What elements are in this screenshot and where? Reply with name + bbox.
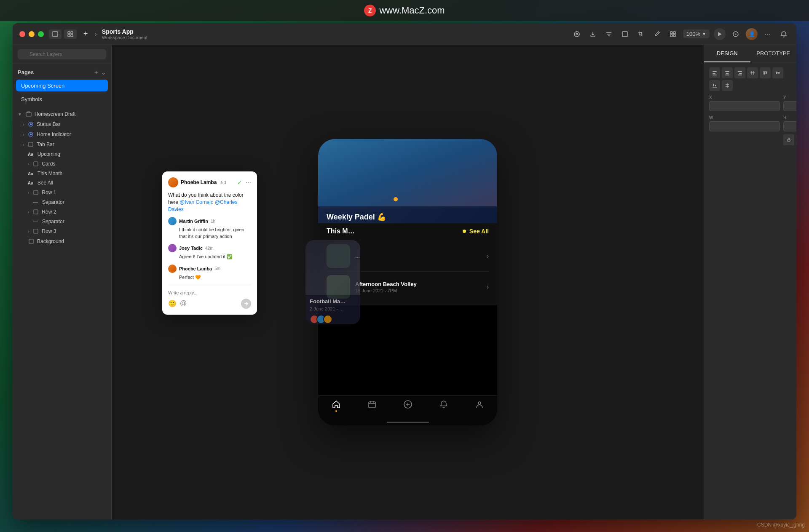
- share-icon[interactable]: +: [730, 28, 742, 40]
- tab-add[interactable]: [403, 400, 413, 409]
- components-icon[interactable]: [667, 28, 679, 40]
- svg-rect-29: [34, 162, 38, 166]
- play-button[interactable]: [714, 28, 726, 40]
- expand-arrow-icon: ▼: [18, 112, 22, 117]
- resize-icon[interactable]: [619, 28, 631, 40]
- see-all-wrapper: See All: [463, 228, 489, 235]
- mention-1: @Ivan Cornejo: [179, 199, 213, 205]
- target-icon[interactable]: [571, 28, 583, 40]
- design-tab[interactable]: DESIGN: [704, 45, 750, 62]
- canvas-area[interactable]: Weekly Padel 💪 31 May 2021 - 4:30PM 1 mi…: [112, 45, 704, 519]
- prototype-tab[interactable]: PROTOTYPE: [750, 45, 797, 62]
- layer-label: Cards: [42, 161, 55, 167]
- layer-row-1[interactable]: › Row 1: [13, 187, 111, 198]
- svg-rect-14: [622, 32, 627, 37]
- frame-icon: [27, 141, 34, 148]
- close-button[interactable]: [19, 31, 25, 37]
- layer-background[interactable]: Background: [13, 236, 111, 246]
- tab-home[interactable]: [332, 400, 341, 412]
- event-card-area: Weekly Padel 💪 31 May 2021 - 4:30PM 1 mi…: [318, 139, 497, 223]
- frame-icon: [32, 189, 39, 196]
- event-card-info: Weekly Padel 💪 31 May 2021 - 4:30PM: [318, 206, 497, 223]
- tab-notifications[interactable]: [439, 400, 448, 409]
- y-input[interactable]: [783, 101, 796, 111]
- w-input[interactable]: [709, 121, 780, 131]
- user-avatar[interactable]: 👤: [746, 28, 758, 40]
- align-left-button[interactable]: [709, 67, 720, 78]
- w-label: W: [709, 115, 780, 120]
- grid-view-button[interactable]: [64, 29, 77, 39]
- svg-rect-31: [34, 210, 38, 214]
- layer-separator-2[interactable]: — Separator: [13, 217, 111, 226]
- top-bar-logo: Z www.MacZ.com: [364, 5, 445, 16]
- layer-see-all[interactable]: Aa See All: [13, 178, 111, 187]
- lock-aspect-icon[interactable]: [783, 134, 794, 145]
- see-all-dot: [463, 230, 466, 233]
- layer-cards[interactable]: › Cards: [13, 159, 111, 169]
- zoom-control[interactable]: 100% ▼: [683, 29, 710, 38]
- resize-mode-icon[interactable]: [796, 134, 796, 145]
- svg-rect-42: [713, 71, 717, 72]
- emoji-icon[interactable]: 🙂: [168, 299, 177, 307]
- layer-tab-bar[interactable]: › Tab Bar: [13, 139, 111, 150]
- align-top-button[interactable]: [760, 67, 771, 78]
- pen-icon[interactable]: [651, 28, 663, 40]
- expand-arrow-icon: ›: [23, 142, 24, 147]
- reply-input[interactable]: [168, 290, 251, 295]
- align-toolbar: [709, 67, 791, 91]
- see-all-link[interactable]: See All: [469, 228, 489, 235]
- reply-1-avatar: [168, 217, 177, 225]
- reply-2-time: 42m: [205, 246, 213, 251]
- more-options-icon[interactable]: ···: [246, 179, 251, 186]
- download-icon[interactable]: [587, 28, 599, 40]
- svg-rect-61: [713, 84, 714, 86]
- layer-status-bar[interactable]: › Status Bar: [13, 119, 111, 129]
- tab-profile[interactable]: [475, 400, 484, 409]
- svg-rect-47: [725, 75, 729, 75]
- layer-row-3[interactable]: › Row 3: [13, 226, 111, 236]
- event-info-2: Afternoon Beach Volley 18 June 2021 - 7P…: [355, 281, 482, 293]
- minimize-button[interactable]: [29, 31, 35, 37]
- plus-circle-icon: [403, 400, 413, 409]
- event-row-date: 18 June 2021 - 7PM: [355, 288, 482, 293]
- top-bar: Z www.MacZ.com: [0, 0, 809, 21]
- layer-upcoming[interactable]: Aa Upcoming: [13, 150, 111, 159]
- align-center-button[interactable]: [722, 67, 733, 78]
- distribute-h-button[interactable]: [747, 67, 758, 78]
- more-options-icon[interactable]: ···: [762, 28, 774, 40]
- page-item-upcoming[interactable]: Upcoming Screen: [16, 80, 108, 91]
- tab-calendar[interactable]: [367, 400, 377, 409]
- layer-row-2[interactable]: › Row 2: [13, 207, 111, 217]
- add-button[interactable]: +: [82, 28, 90, 40]
- add-page-icon[interactable]: +: [94, 69, 98, 76]
- pages-chevron-icon[interactable]: ⌄: [101, 68, 106, 76]
- align-middle-button[interactable]: [772, 67, 783, 78]
- layer-group-homescreen[interactable]: ▼ Homescreen Draft: [13, 109, 111, 119]
- h-field: H: [783, 115, 796, 145]
- distribute-v-button[interactable]: [722, 80, 733, 91]
- pages-section: Pages + ⌄: [13, 64, 111, 79]
- layer-this-month[interactable]: Aa This Month: [13, 169, 111, 178]
- single-view-button[interactable]: [49, 29, 62, 39]
- layer-home-indicator[interactable]: › Home Indicator: [13, 129, 111, 139]
- svg-rect-16: [673, 32, 675, 34]
- reply-3-time: 5m: [214, 266, 220, 271]
- search-input[interactable]: [18, 49, 106, 59]
- send-button[interactable]: [241, 299, 251, 309]
- chevron-down-icon: ›: [95, 30, 97, 38]
- check-icon[interactable]: ✓: [237, 179, 242, 186]
- maximize-button[interactable]: [38, 31, 44, 37]
- x-input[interactable]: [709, 101, 780, 111]
- svg-rect-48: [738, 71, 742, 72]
- mention-icon[interactable]: @: [180, 299, 187, 307]
- crop-icon[interactable]: [635, 28, 647, 40]
- notifications-icon[interactable]: [778, 28, 790, 40]
- second-card: Football Ma… 2 June 2021 - …: [305, 240, 360, 324]
- layer-group-label: Homescreen Draft: [35, 111, 75, 117]
- align-bottom-button[interactable]: [709, 80, 720, 91]
- page-item-symbols[interactable]: Symbols: [16, 93, 108, 105]
- filter-icon[interactable]: [603, 28, 615, 40]
- align-right-button[interactable]: [734, 67, 745, 78]
- h-input[interactable]: [783, 121, 796, 131]
- layer-separator-1[interactable]: — Separator: [13, 198, 111, 207]
